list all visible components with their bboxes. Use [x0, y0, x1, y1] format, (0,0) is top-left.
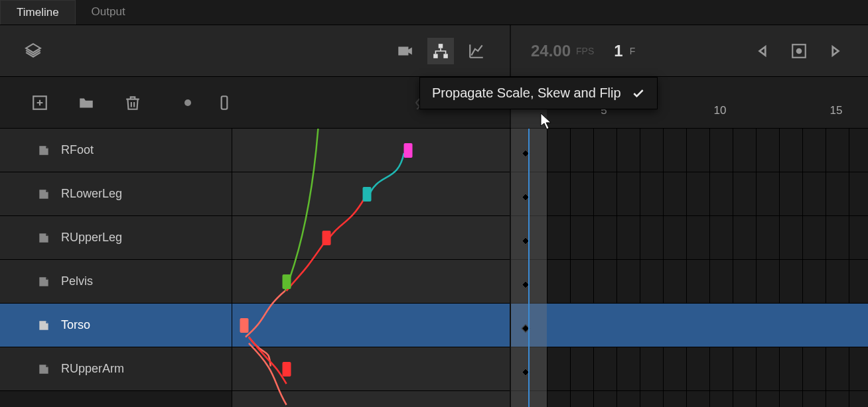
svg-rect-2	[443, 54, 448, 58]
hierarchy-icon[interactable]	[427, 38, 454, 64]
new-layer-button[interactable]	[27, 89, 53, 116]
layer-pelvis[interactable]: Pelvis	[0, 260, 232, 304]
node-torso[interactable]	[240, 318, 249, 333]
timeline-grid	[511, 129, 868, 407]
layer-rupperarm[interactable]: RUpperArm	[0, 347, 232, 391]
fps-label: FPS	[576, 46, 594, 56]
layers-area: RFoot RLowerLeg RUpperLeg Pelvis Torso R…	[0, 129, 868, 407]
frame-marker-icon[interactable]	[211, 89, 238, 116]
frame-display[interactable]: 1 F	[614, 42, 635, 60]
node-rupperarm[interactable]	[283, 362, 291, 377]
next-frame-button[interactable]	[822, 38, 848, 64]
layer-icon	[37, 231, 50, 245]
camera-icon[interactable]	[392, 38, 418, 64]
node-pelvis[interactable]	[283, 274, 291, 289]
node-rlowerleg[interactable]	[363, 187, 372, 202]
ruler-tick-10: 10	[714, 104, 727, 117]
node-rfoot[interactable]	[404, 143, 413, 158]
layer-icon	[37, 188, 50, 201]
panel-tabs: Timeline Output	[0, 0, 868, 25]
ruler-tick-15: 15	[830, 104, 843, 117]
check-icon	[632, 87, 645, 100]
tooltip-propagate: Propagate Scale, Skew and Flip	[419, 77, 658, 109]
folder-icon[interactable]	[73, 89, 100, 116]
frame-value: 1	[614, 42, 622, 60]
graph-icon[interactable]	[463, 38, 490, 64]
layer-icon	[37, 363, 50, 376]
layer-label: Pelvis	[61, 274, 93, 288]
tab-timeline[interactable]: Timeline	[0, 0, 76, 25]
layer-torso[interactable]: Torso	[0, 304, 232, 347]
layer-label: RLowerLeg	[61, 187, 122, 201]
svg-point-4	[796, 48, 802, 54]
layer-icon	[37, 319, 50, 332]
tooltip-text: Propagate Scale, Skew and Flip	[432, 86, 621, 101]
layer-rlowerleg[interactable]: RLowerLeg	[0, 172, 232, 216]
node-rupperleg[interactable]	[323, 231, 331, 245]
layer-label: Torso	[61, 318, 90, 332]
parenting-column	[232, 129, 511, 407]
svg-rect-6	[222, 96, 228, 109]
fps-value: 24.00	[531, 42, 571, 60]
svg-rect-1	[433, 54, 438, 58]
svg-rect-0	[439, 44, 443, 48]
prev-frame-button[interactable]	[750, 38, 776, 64]
tab-output[interactable]: Output	[76, 0, 141, 25]
playhead-line	[528, 129, 530, 407]
layer-label: RFoot	[61, 143, 94, 157]
frame-label: F	[630, 46, 636, 56]
record-keyframe-button[interactable]	[786, 38, 812, 64]
fps-display[interactable]: 24.00 FPS	[531, 42, 594, 60]
toolbar-main: 24.00 FPS 1 F	[0, 25, 868, 77]
layer-label: RUpperLeg	[61, 231, 122, 245]
layers-icon[interactable]	[20, 38, 46, 64]
layers-list: RFoot RLowerLeg RUpperLeg Pelvis Torso R…	[0, 129, 232, 407]
marker-dot-icon[interactable]	[184, 99, 191, 106]
trash-icon[interactable]	[119, 89, 146, 116]
layer-icon	[37, 144, 50, 157]
cursor-icon	[540, 113, 553, 131]
layer-label: RUpperArm	[61, 362, 124, 376]
layer-rfoot[interactable]: RFoot	[0, 129, 232, 172]
layer-icon	[37, 275, 50, 288]
layer-rupperleg[interactable]: RUpperLeg	[0, 216, 232, 260]
